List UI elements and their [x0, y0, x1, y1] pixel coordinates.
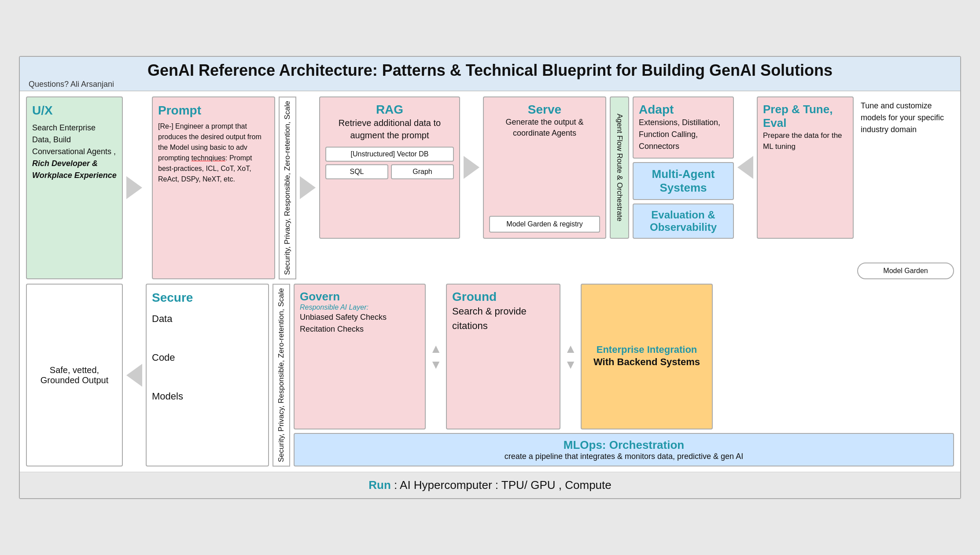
- serve-title: Serve: [489, 103, 600, 117]
- ux-content: Search Enterprise Data, Build Conversati…: [32, 122, 117, 181]
- prompt-content: [Re-] Engineer a prompt that produces th…: [158, 121, 269, 185]
- arrow-rag-to-serve: [464, 96, 479, 239]
- tune-content: Tune and customize models for your speci…: [857, 96, 954, 259]
- rag-box: RAG Retrieve additional data to augment …: [319, 96, 460, 239]
- ux-bold-text: Rich Developer & Workplace Experience: [32, 159, 117, 180]
- vert-arrows-2: ▲ ▼: [564, 284, 577, 429]
- agent-flow-text: Agent Flow Route & Orchestrate: [615, 114, 624, 222]
- adapt-box: Adapt Extensions, Distillation, Function…: [633, 96, 734, 159]
- rag-subtitle: Retrieve additional data to augment the …: [325, 117, 454, 141]
- ux-text: Search Enterprise Data, Build Conversati…: [32, 123, 116, 156]
- secure-data: Data: [152, 309, 263, 329]
- secure-models: Models: [152, 387, 263, 406]
- serve-box: Serve Generate the output & coordinate A…: [483, 96, 606, 239]
- arrow-ux-to-prompt: [126, 96, 148, 279]
- serve-content: Generate the output & coordinate Agents: [489, 117, 600, 139]
- prompt-box: Prompt [Re-] Engineer a prompt that prod…: [152, 96, 275, 279]
- agent-flow-bar: Agent Flow Route & Orchestrate: [610, 96, 629, 239]
- rag-db-area: [Unstructured] Vector DB SQL Graph: [325, 147, 454, 179]
- bottom-row: Safe, vetted, Grounded Output Secure Dat…: [26, 284, 954, 466]
- down-arrow-icon: ▼: [430, 358, 442, 372]
- model-garden-small: Model Garden: [857, 263, 954, 279]
- govern-title: Govern: [300, 290, 420, 303]
- vert-arrows-1: ▲ ▼: [429, 284, 442, 429]
- enterprise-title: Enterprise Integration: [597, 344, 697, 355]
- govern-content: Unbiased Safety Checks Recitation Checks: [300, 311, 420, 335]
- govern-subtitle: Responsible AI Layer:: [300, 303, 420, 311]
- bottom-middle: Govern Responsible AI Layer: Unbiased Sa…: [294, 284, 954, 466]
- middle-section: RAG Retrieve additional data to augment …: [319, 96, 854, 279]
- model-garden-box: Model Garden & registry: [489, 216, 600, 233]
- security-bar: Security, Privacy, Responsible, Zero-ret…: [279, 96, 296, 279]
- main-title: GenAI Reference Architecture: Patterns &…: [29, 61, 951, 80]
- rag-title: RAG: [325, 103, 454, 117]
- secure-title: Secure: [152, 291, 263, 305]
- prep-title: Prep & Tune, Eval: [763, 103, 847, 130]
- prep-content: Prepare the data for the ML tuning: [763, 130, 847, 152]
- run-content: : AI Hypercomputer : TPU/ GPU , Compute: [391, 478, 612, 492]
- enterprise-box: Enterprise Integration With Backend Syst…: [581, 284, 713, 429]
- govern-ground-enterprise-row: Govern Responsible AI Layer: Unbiased Sa…: [294, 284, 954, 429]
- mlops-content: create a pipeline that integrates & moni…: [302, 452, 946, 461]
- arrow-to-safe-output: [126, 284, 142, 466]
- multi-agent-box: Multi-Agent Systems: [633, 162, 734, 200]
- ux-box: U/X Search Enterprise Data, Build Conver…: [26, 96, 123, 279]
- run-label: Run: [368, 478, 391, 492]
- ground-title: Ground: [452, 290, 554, 304]
- safe-output-text: Safe, vetted, Grounded Output: [32, 365, 117, 385]
- down-arrow-icon-2: ▼: [564, 358, 577, 372]
- up-arrow-icon-2: ▲: [564, 342, 577, 356]
- ux-title: U/X: [32, 104, 117, 118]
- security-bar-bottom: Security, Privacy, Responsible, Zero-ret…: [273, 284, 290, 466]
- rag-db-row: SQL Graph: [325, 164, 454, 179]
- tune-box: Tune and customize models for your speci…: [857, 96, 954, 279]
- arrow-adapt-to-prep: [737, 96, 753, 239]
- top-row: U/X Search Enterprise Data, Build Conver…: [26, 96, 954, 279]
- top-middle-row: RAG Retrieve additional data to augment …: [319, 96, 854, 239]
- rag-graph: Graph: [391, 164, 454, 179]
- rag-vector-db: [Unstructured] Vector DB: [325, 147, 454, 162]
- ground-content: Search & provide citations: [452, 304, 554, 333]
- adapt-title: Adapt: [639, 103, 728, 117]
- mlops-box: MLOps: Orchestration create a pipeline t…: [294, 433, 954, 466]
- arrow-prompt-to-rag: [300, 96, 316, 279]
- secure-content: Data Code Models: [152, 309, 263, 406]
- content-area: U/X Search Enterprise Data, Build Conver…: [20, 91, 960, 472]
- secure-code: Code: [152, 348, 263, 367]
- ground-box: Ground Search & provide citations: [446, 284, 560, 429]
- security-bar-bottom-text: Security, Privacy, Responsible, Zero-ret…: [277, 288, 286, 462]
- prompt-title: Prompt: [158, 104, 269, 118]
- eval-obs-box: Evaluation & Observability: [633, 204, 734, 239]
- govern-box: Govern Responsible AI Layer: Unbiased Sa…: [294, 284, 426, 429]
- up-arrow-icon: ▲: [430, 342, 442, 356]
- enterprise-content: With Backend Systems: [593, 355, 700, 369]
- secure-box: Secure Data Code Models: [146, 284, 269, 466]
- prep-box: Prep & Tune, Eval Prepare the data for t…: [757, 96, 854, 239]
- right-stack: Adapt Extensions, Distillation, Function…: [633, 96, 734, 239]
- subtitle: Questions? Ali Arsanjani: [29, 80, 951, 89]
- rag-sql: SQL: [325, 164, 388, 179]
- prompt-text: [Re-] Engineer a prompt that produces th…: [158, 122, 262, 183]
- title-bar: GenAI Reference Architecture: Patterns &…: [20, 57, 960, 91]
- outer-wrapper: GenAI Reference Architecture: Patterns &…: [0, 0, 980, 555]
- mlops-title: MLOps: Orchestration: [302, 438, 946, 452]
- run-bar: Run : AI Hypercomputer : TPU/ GPU , Comp…: [20, 472, 960, 498]
- adapt-content: Extensions, Distillation, Function Calli…: [639, 117, 728, 152]
- safe-output-box: Safe, vetted, Grounded Output: [26, 284, 123, 466]
- main-container: GenAI Reference Architecture: Patterns &…: [19, 56, 961, 500]
